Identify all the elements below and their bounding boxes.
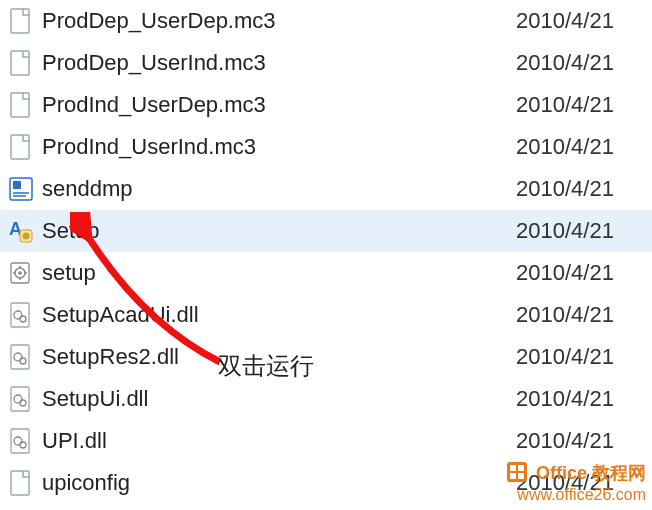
file-icon [6,132,36,162]
file-row[interactable]: ProdInd_UserInd.mc3 2010/4/21 [0,126,652,168]
file-date-label: 2010/4/21 [516,218,652,244]
svg-rect-2 [11,93,29,117]
svg-rect-5 [13,181,21,189]
watermark-title: Office 教程网 [536,463,646,483]
svg-rect-3 [11,135,29,159]
dll-icon [6,384,36,414]
config-icon [6,258,36,288]
dll-icon [6,426,36,456]
file-name-label: senddmp [42,176,516,202]
file-name-label: ProdInd_UserDep.mc3 [42,92,516,118]
file-date-label: 2010/4/21 [516,176,652,202]
svg-rect-35 [510,473,516,479]
svg-rect-1 [11,51,29,75]
file-row[interactable]: setup 2010/4/21 [0,252,652,294]
file-date-label: 2010/4/21 [516,8,652,34]
svg-rect-36 [518,473,524,479]
file-name-label: SetupRes2.dll [42,344,516,370]
file-name-label: SetupUi.dll [42,386,516,412]
file-name-label: UPI.dll [42,428,516,454]
file-row-selected[interactable]: A Setup 2010/4/21 [0,210,652,252]
svg-rect-30 [11,471,29,495]
file-date-label: 2010/4/21 [516,134,652,160]
svg-point-10 [23,233,30,240]
file-row[interactable]: SetupAcadUi.dll 2010/4/21 [0,294,652,336]
office-logo-icon [507,462,527,487]
svg-rect-34 [518,465,524,471]
file-row[interactable]: UPI.dll 2010/4/21 [0,420,652,462]
watermark-url: www.office26.com [507,486,646,504]
file-date-label: 2010/4/21 [516,302,652,328]
file-name-label: ProdInd_UserInd.mc3 [42,134,516,160]
svg-rect-0 [11,9,29,33]
file-row[interactable]: ProdInd_UserDep.mc3 2010/4/21 [0,84,652,126]
dll-icon [6,342,36,372]
file-name-label: SetupAcadUi.dll [42,302,516,328]
file-name-label: upiconfig [42,470,516,496]
file-date-label: 2010/4/21 [516,92,652,118]
file-date-label: 2010/4/21 [516,260,652,286]
file-icon [6,6,36,36]
file-date-label: 2010/4/21 [516,428,652,454]
file-icon [6,48,36,78]
installer-icon: A [6,216,36,246]
file-list: ProdDep_UserDep.mc3 2010/4/21 ProdDep_Us… [0,0,652,504]
file-date-label: 2010/4/21 [516,386,652,412]
app-doc-icon [6,174,36,204]
file-name-label: Setup [42,218,516,244]
file-row[interactable]: ProdDep_UserInd.mc3 2010/4/21 [0,42,652,84]
svg-rect-33 [510,465,516,471]
file-row[interactable]: senddmp 2010/4/21 [0,168,652,210]
file-date-label: 2010/4/21 [516,50,652,76]
file-name-label: ProdDep_UserInd.mc3 [42,50,516,76]
file-icon [6,90,36,120]
watermark: Office 教程网 www.office26.com [507,462,646,504]
file-name-label: ProdDep_UserDep.mc3 [42,8,516,34]
file-date-label: 2010/4/21 [516,344,652,370]
file-row[interactable]: SetupRes2.dll 2010/4/21 [0,336,652,378]
file-icon [6,468,36,498]
file-row[interactable]: SetupUi.dll 2010/4/21 [0,378,652,420]
dll-icon [6,300,36,330]
file-row[interactable]: ProdDep_UserDep.mc3 2010/4/21 [0,0,652,42]
file-name-label: setup [42,260,516,286]
svg-point-13 [18,271,22,275]
